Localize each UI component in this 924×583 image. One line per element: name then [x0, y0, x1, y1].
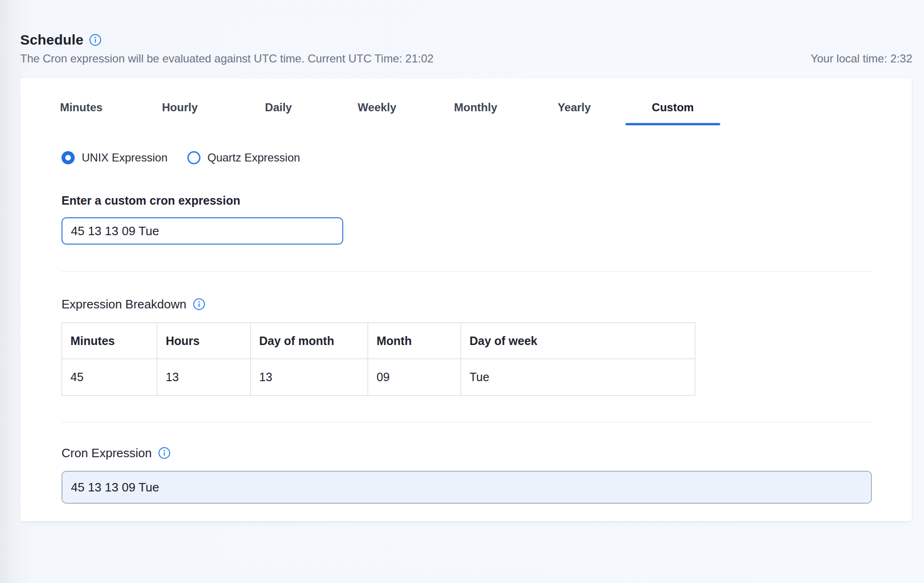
col-minutes: Minutes [62, 323, 157, 359]
radio-quartz-label: Quartz Expression [208, 151, 300, 164]
custom-cron-label: Enter a custom cron expression [62, 193, 872, 207]
tab-custom[interactable]: Custom [624, 96, 722, 119]
tab-hourly[interactable]: Hourly [131, 96, 229, 119]
cell-month: 09 [368, 359, 461, 396]
schedule-card: Minutes Hourly Daily Weekly Monthly Year… [20, 77, 912, 522]
cron-expression-output: 45 13 13 09 Tue [62, 471, 872, 504]
expression-type-group: UNIX Expression Quartz Expression [62, 151, 872, 164]
subtitle-row: The Cron expression will be evaluated ag… [20, 52, 912, 65]
cell-minutes: 45 [62, 359, 157, 396]
breakdown-title: Expression Breakdown [62, 296, 186, 312]
breakdown-header-row: Minutes Hours Day of month Month Day of … [62, 323, 695, 359]
tab-yearly[interactable]: Yearly [525, 96, 624, 119]
page: { "header": { "title": "Schedule", "subt… [0, 0, 924, 583]
local-time-text: Your local time: 2:32 [810, 52, 912, 65]
radio-unix-expression[interactable]: UNIX Expression [62, 151, 168, 164]
cell-hours: 13 [157, 359, 251, 396]
title-row: Schedule [20, 32, 912, 48]
cell-day-of-month: 13 [251, 359, 368, 396]
cron-expression-label: Cron Expression [62, 445, 152, 461]
col-day-of-month: Day of month [251, 323, 368, 359]
radio-unselected-icon[interactable] [187, 151, 200, 164]
tab-panel-custom: UNIX Expression Quartz Expression Enter … [20, 151, 912, 504]
tab-daily[interactable]: Daily [229, 96, 328, 119]
col-month: Month [368, 323, 461, 359]
cron-expression-title-row: Cron Expression [62, 445, 872, 461]
breakdown-value-row: 45 13 13 09 Tue [62, 359, 695, 396]
divider [62, 271, 872, 272]
breakdown-table: Minutes Hours Day of month Month Day of … [62, 322, 695, 396]
tab-weekly[interactable]: Weekly [328, 96, 426, 119]
info-icon[interactable] [193, 298, 205, 310]
divider [62, 422, 872, 422]
page-title: Schedule [20, 32, 84, 48]
radio-selected-icon[interactable] [62, 151, 75, 164]
col-day-of-week: Day of week [461, 323, 695, 359]
cell-day-of-week: Tue [461, 359, 695, 396]
custom-cron-input[interactable] [62, 217, 343, 245]
info-icon[interactable] [89, 34, 101, 46]
info-icon[interactable] [158, 447, 170, 459]
radio-unix-label: UNIX Expression [82, 151, 168, 164]
tab-monthly[interactable]: Monthly [426, 96, 525, 119]
tab-minutes[interactable]: Minutes [32, 96, 131, 119]
utc-subtitle: The Cron expression will be evaluated ag… [20, 52, 433, 65]
breakdown-title-row: Expression Breakdown [62, 296, 872, 312]
schedule-tabs: Minutes Hourly Daily Weekly Monthly Year… [32, 96, 912, 119]
schedule-header: Schedule The Cron expression will be eva… [20, 32, 912, 65]
col-hours: Hours [157, 323, 251, 359]
radio-quartz-expression[interactable]: Quartz Expression [187, 151, 300, 164]
